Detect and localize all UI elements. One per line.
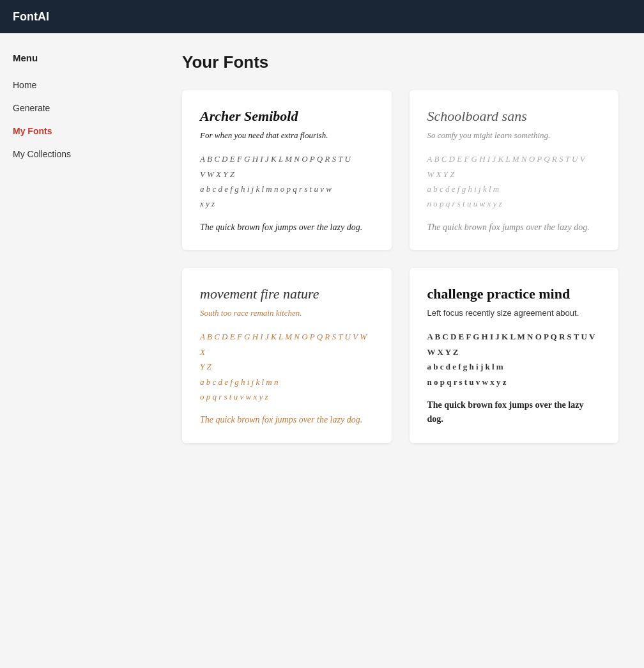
sidebar-item-generate[interactable]: Generate bbox=[0, 97, 157, 120]
font-sample-archer: The quick brown fox jumps over the lazy … bbox=[200, 221, 374, 235]
font-desc-schoolboard: So comfy you might learn something. bbox=[427, 130, 601, 141]
font-card-challenge: challenge practice mind Left focus recen… bbox=[410, 268, 619, 443]
main-content: Your Fonts Archer Semibold For when you … bbox=[157, 33, 644, 668]
font-card-schoolboard: Schoolboard sans So comfy you might lear… bbox=[410, 90, 619, 250]
font-alphabet-challenge: A B C D E F G H I J K L M N O P Q R S T … bbox=[427, 329, 601, 389]
font-card-archer: Archer Semibold For when you need that e… bbox=[182, 90, 392, 250]
sidebar-item-home[interactable]: Home bbox=[0, 74, 157, 97]
header: FontAI bbox=[0, 0, 644, 33]
sidebar-item-my-collections[interactable]: My Collections bbox=[0, 143, 157, 166]
font-sample-challenge: The quick brown fox jumps over the lazy … bbox=[427, 398, 601, 427]
font-name-schoolboard: Schoolboard sans bbox=[427, 108, 601, 125]
font-alphabet-schoolboard: A B C D E F G H I J K L M N O P Q R S T … bbox=[427, 151, 601, 212]
sidebar-menu-label: Menu bbox=[0, 46, 157, 74]
font-alphabet-archer: A B C D E F G H I J K L M N O P Q R S T … bbox=[200, 151, 374, 212]
font-name-archer: Archer Semibold bbox=[200, 108, 374, 125]
font-alphabet-movement: A B C D E F G H I J K L M N O P Q R S T … bbox=[200, 329, 374, 404]
sidebar-item-my-fonts[interactable]: My Fonts bbox=[0, 120, 157, 143]
app-title: FontAI bbox=[13, 10, 49, 24]
font-desc-movement: South too race remain kitchen. bbox=[200, 307, 374, 319]
font-desc-archer: For when you need that extra flourish. bbox=[200, 130, 374, 141]
page-title: Your Fonts bbox=[182, 52, 618, 72]
font-desc-challenge: Left focus recently size agreement about… bbox=[427, 307, 601, 319]
sidebar: Menu Home Generate My Fonts My Collectio… bbox=[0, 33, 157, 668]
font-sample-movement: The quick brown fox jumps over the lazy … bbox=[200, 413, 374, 427]
font-grid: Archer Semibold For when you need that e… bbox=[182, 90, 618, 443]
layout: Menu Home Generate My Fonts My Collectio… bbox=[0, 33, 644, 668]
font-card-movement: movement fire nature South too race rema… bbox=[182, 268, 392, 443]
font-name-movement: movement fire nature bbox=[200, 286, 374, 302]
font-sample-schoolboard: The quick brown fox jumps over the lazy … bbox=[427, 221, 601, 235]
font-name-challenge: challenge practice mind bbox=[427, 286, 601, 302]
